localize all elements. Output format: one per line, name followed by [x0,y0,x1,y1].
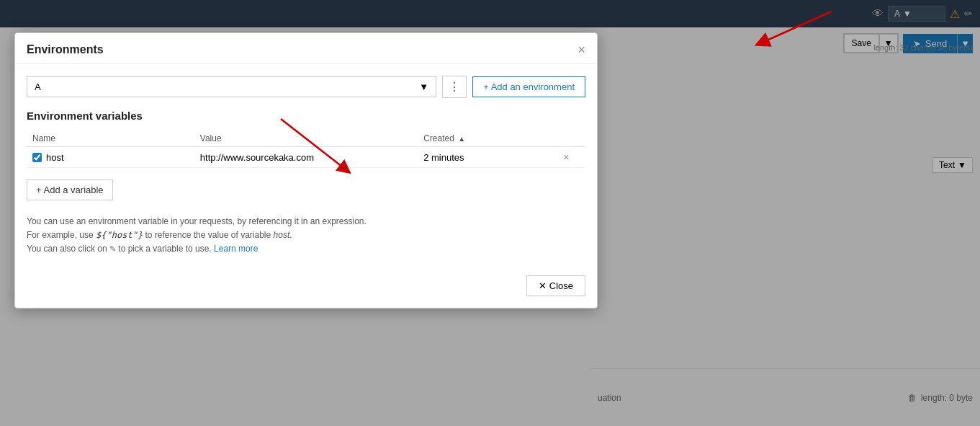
env-dropdown[interactable]: A ▼ [27,76,436,97]
chevron-down-icon: ▼ [419,81,428,92]
close-button[interactable]: ✕ Close [526,275,585,296]
sort-arrow-icon: ▲ [458,135,465,143]
help-var-name: host [274,230,290,240]
modal-close-button[interactable]: × [577,43,585,56]
var-checkbox[interactable] [32,153,42,162]
help-line-3: You can also click on ✎ to pick a variab… [27,242,585,256]
var-value-cell[interactable]: http://www.sourcekaka.com [194,147,418,168]
environments-modal: Environments × A ▼ ⋮ + Add an environmen… [14,32,598,309]
env-dropdown-value: A [35,81,41,92]
var-action-cell: × [557,147,585,168]
variables-table: Name Value Created ▲ hosthttp://www.sour… [27,130,585,168]
modal-header: Environments × [15,33,597,64]
section-title: Environment variables [27,110,585,122]
col-header-name: Name [27,130,194,147]
help-line-1: You can use an environment variable in y… [27,215,585,228]
help-text: You can use an environment variable in y… [27,215,585,257]
col-header-value: Value [194,130,418,147]
var-name: host [46,152,64,163]
col-header-created: Created ▲ [418,130,557,147]
three-dots-button[interactable]: ⋮ [442,76,467,98]
var-created-cell: 2 minutes [418,147,557,168]
delete-var-button[interactable]: × [563,151,569,163]
help-code: ${"host"} [96,230,143,240]
table-header-row: Name Value Created ▲ [27,130,585,147]
learn-more-link[interactable]: Learn more [214,244,258,254]
table-row: hosthttp://www.sourcekaka.com2 minutes× [27,147,585,168]
env-selector-row: A ▼ ⋮ + Add an environment [27,76,585,98]
pencil-help-icon: ✎ [109,244,116,253]
modal-title: Environments [27,43,104,56]
col-header-action [557,130,585,147]
help-line-2: For example, use ${"host"} to reference … [27,228,585,242]
modal-body: A ▼ ⋮ + Add an environment Environment v… [15,64,597,268]
add-variable-button[interactable]: + Add a variable [27,179,113,200]
add-environment-button[interactable]: + Add an environment [472,76,585,97]
modal-footer: ✕ Close [15,268,597,296]
var-name-cell: host [27,147,194,168]
